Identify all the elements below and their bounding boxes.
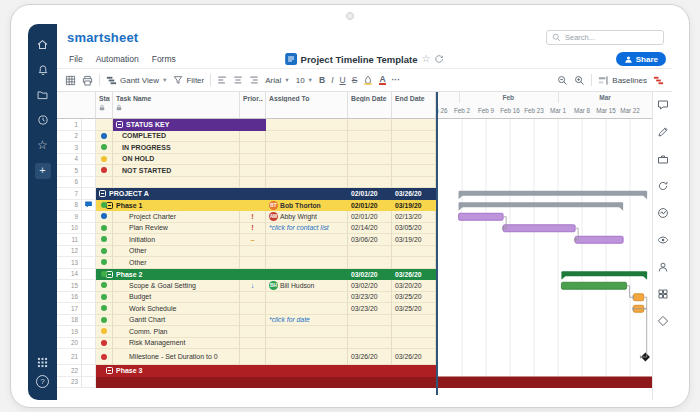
begin-cell[interactable]: 02/01/20 xyxy=(348,211,392,223)
collapse-toggle-icon[interactable] xyxy=(99,190,106,197)
font-size-dropdown[interactable]: 10▼ xyxy=(296,76,313,85)
prior-cell[interactable] xyxy=(240,246,266,258)
row-number[interactable]: 18 xyxy=(57,315,82,327)
critical-path-icon[interactable] xyxy=(653,75,664,86)
zoom-out-icon[interactable] xyxy=(557,75,568,86)
more-options-button[interactable]: ··· xyxy=(392,75,401,85)
row-number[interactable]: 9 xyxy=(57,211,82,223)
row-number[interactable]: 5 xyxy=(57,165,82,177)
prior-cell[interactable] xyxy=(240,142,266,154)
sheet-row-6[interactable]: 6 xyxy=(57,177,436,189)
status-cell[interactable] xyxy=(96,234,113,246)
assigned-cell[interactable] xyxy=(266,131,348,143)
assigned-cell[interactable] xyxy=(266,142,348,154)
row-indicator[interactable] xyxy=(82,142,96,154)
end-cell[interactable]: 03/20/20 xyxy=(392,280,436,292)
status-cell[interactable] xyxy=(96,292,113,304)
task-cell[interactable]: Comm. Plan xyxy=(113,326,240,338)
column-header-status[interactable]: Stat... xyxy=(96,92,113,119)
assigned-cell[interactable] xyxy=(266,165,348,177)
begin-cell[interactable] xyxy=(348,165,392,177)
status-cell[interactable] xyxy=(96,326,113,338)
sheet-row-9[interactable]: 9Project Charter!AWAbby Wright02/01/2002… xyxy=(57,211,436,223)
sheet-row-21[interactable]: 21Milestone - Set Duration to 003/26/200… xyxy=(57,349,436,365)
star-icon[interactable]: ☆ xyxy=(28,132,57,157)
task-cell[interactable]: Milestone - Set Duration to 0 xyxy=(113,349,240,365)
baselines-button[interactable]: Baselines xyxy=(598,75,647,86)
sheet-row-16[interactable]: 16Budget03/23/2003/25/20 xyxy=(57,292,436,304)
end-cell[interactable] xyxy=(392,246,436,258)
prior-cell[interactable] xyxy=(240,257,266,269)
task-cell[interactable]: Scope & Goal Setting xyxy=(113,280,240,292)
end-cell[interactable]: 03/05/20 xyxy=(392,223,436,235)
status-cell[interactable] xyxy=(96,315,113,327)
end-cell[interactable] xyxy=(392,177,436,189)
prior-cell[interactable] xyxy=(240,292,266,304)
search-input[interactable]: Search... xyxy=(546,30,664,45)
gantt-summary-bar[interactable] xyxy=(459,191,648,196)
column-header-begin[interactable]: Begin Date xyxy=(348,92,392,119)
end-cell[interactable]: 03/19/20 xyxy=(392,234,436,246)
font-family-dropdown[interactable]: Arial▼ xyxy=(265,76,289,85)
end-cell[interactable] xyxy=(392,142,436,154)
sheet-row-13[interactable]: 13Other xyxy=(57,257,436,269)
row-indicator[interactable] xyxy=(82,377,96,389)
home-icon[interactable] xyxy=(28,32,57,57)
status-cell[interactable] xyxy=(96,119,113,131)
row-number[interactable]: 8 xyxy=(57,200,82,212)
row-indicator[interactable] xyxy=(82,234,96,246)
end-cell[interactable] xyxy=(392,257,436,269)
activity-chart-icon[interactable] xyxy=(657,207,669,219)
sheet-row-22[interactable]: 22Phase 3 xyxy=(57,365,436,377)
sheet-row-12[interactable]: 12Other xyxy=(57,246,436,258)
assigned-cell[interactable] xyxy=(266,246,348,258)
share-button[interactable]: Share xyxy=(616,52,666,66)
strikethrough-button[interactable]: S xyxy=(352,75,358,85)
prior-cell[interactable] xyxy=(240,338,266,350)
row-number[interactable]: 7 xyxy=(57,188,82,200)
person-icon[interactable] xyxy=(657,261,669,273)
row-indicator[interactable] xyxy=(82,211,96,223)
status-cell[interactable] xyxy=(96,154,113,166)
begin-cell[interactable] xyxy=(348,257,392,269)
status-cell[interactable] xyxy=(96,131,113,143)
task-cell[interactable]: Budget xyxy=(113,292,240,304)
assigned-cell[interactable] xyxy=(266,257,348,269)
row-indicator[interactable] xyxy=(82,177,96,189)
favorite-star-icon[interactable]: ☆ xyxy=(421,54,430,64)
row-number[interactable]: 20 xyxy=(57,338,82,350)
status-cell[interactable] xyxy=(96,257,113,269)
menu-file[interactable]: File xyxy=(69,54,83,64)
row-number[interactable]: 10 xyxy=(57,223,82,235)
status-cell[interactable] xyxy=(96,177,113,189)
section-band[interactable]: Phase 3 xyxy=(96,365,436,377)
align-right-icon[interactable] xyxy=(249,75,259,85)
sheet-row-8[interactable]: 8BTBob ThortonPhase 102/01/2003/19/20 xyxy=(57,200,436,212)
row-indicator[interactable] xyxy=(82,188,96,200)
row-number[interactable]: 4 xyxy=(57,154,82,166)
row-number[interactable]: 15 xyxy=(57,280,82,292)
task-cell[interactable]: Project Charter xyxy=(113,211,240,223)
begin-cell[interactable] xyxy=(348,338,392,350)
collapse-toggle-icon[interactable] xyxy=(106,367,113,374)
sheet-grid[interactable]: Stat... Task Name Prior... Assigned To B… xyxy=(57,92,652,395)
column-header-task[interactable]: Task Name xyxy=(113,92,240,119)
prior-cell[interactable]: ! xyxy=(240,211,266,223)
prior-cell[interactable] xyxy=(240,326,266,338)
end-cell[interactable] xyxy=(392,315,436,327)
prior-cell[interactable]: ! xyxy=(240,223,266,235)
align-center-icon[interactable] xyxy=(233,75,243,85)
grid-gantt-splitter[interactable] xyxy=(436,92,438,395)
bold-button[interactable]: B xyxy=(319,75,325,85)
prior-cell[interactable]: – xyxy=(240,234,266,246)
row-indicator[interactable] xyxy=(82,154,96,166)
sheet-row-23[interactable]: 23 xyxy=(57,377,436,389)
gantt-summary-bar[interactable] xyxy=(561,271,647,276)
row-indicator[interactable] xyxy=(82,246,96,258)
sheet-row-17[interactable]: 17Work Schedule03/23/2003/25/20 xyxy=(57,303,436,315)
end-cell[interactable] xyxy=(392,154,436,166)
end-cell[interactable] xyxy=(392,119,436,131)
assigned-cell[interactable] xyxy=(266,177,348,189)
corner-header[interactable] xyxy=(57,92,96,119)
begin-cell[interactable] xyxy=(348,119,392,131)
